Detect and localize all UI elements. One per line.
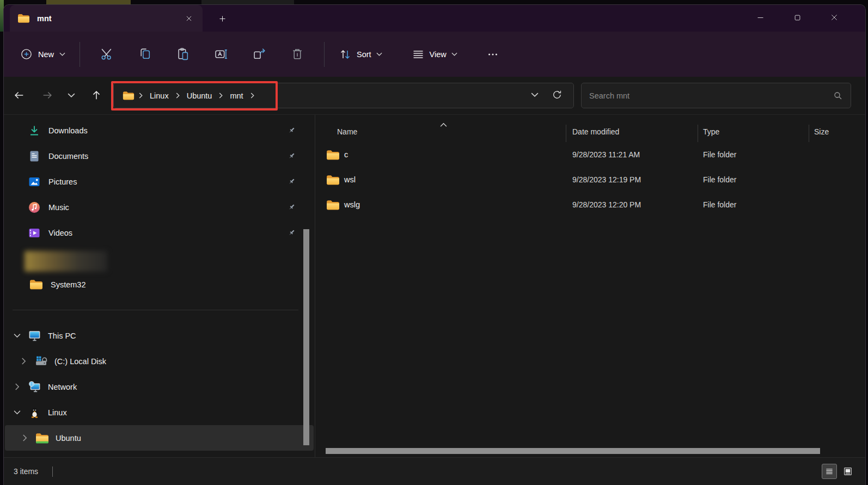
tree-item-this-pc[interactable]: This PC [4, 323, 315, 348]
column-header-date-modified[interactable]: Date modified [572, 127, 619, 136]
file-date-modified: 9/28/2023 11:21 AM [572, 150, 640, 159]
sidebar-item-label: Music [48, 203, 69, 212]
sidebar-item-pictures[interactable]: Pictures [4, 169, 315, 194]
more-options-button[interactable] [480, 42, 505, 66]
sidebar-item-videos[interactable]: Videos [4, 220, 315, 245]
folder-icon [326, 149, 340, 161]
sort-button[interactable]: Sort [332, 43, 389, 66]
pin-icon [287, 126, 296, 135]
chevron-down-icon[interactable] [13, 409, 21, 416]
file-row-wsl[interactable]: wsl 9/28/2023 12:19 PM File folder [316, 168, 859, 193]
chevron-right-icon[interactable] [20, 434, 29, 441]
command-toolbar: New [4, 32, 865, 77]
new-button[interactable]: New [14, 43, 72, 65]
paste-icon [176, 47, 190, 61]
network-icon [28, 380, 41, 394]
vertical-scrollbar[interactable] [303, 229, 309, 445]
sidebar-item-label: Downloads [48, 126, 88, 135]
chevron-right-icon[interactable] [13, 383, 21, 390]
large-icons-view-toggle[interactable] [840, 464, 855, 479]
pin-icon [287, 202, 296, 212]
chevron-down-icon [451, 51, 457, 57]
music-icon [28, 201, 41, 214]
back-button[interactable] [8, 84, 30, 106]
file-row-c[interactable]: c 9/28/2023 11:21 AM File folder [316, 143, 859, 168]
folder-icon [17, 13, 30, 23]
up-button[interactable] [85, 84, 107, 106]
details-view-toggle[interactable] [822, 464, 837, 479]
column-header-name[interactable]: Name [337, 127, 357, 136]
view-button-label: View [430, 50, 447, 59]
maximize-icon [793, 14, 802, 22]
close-icon [830, 13, 839, 22]
new-tab-button[interactable] [214, 10, 230, 27]
copy-button[interactable] [130, 42, 160, 66]
view-button[interactable]: View [405, 43, 464, 66]
sidebar-separator [13, 310, 298, 310]
sidebar-item-redacted[interactable] [25, 251, 107, 272]
folder-icon [326, 199, 340, 211]
column-header-size[interactable]: Size [814, 127, 829, 136]
linux-tux-icon [28, 406, 41, 419]
address-bar[interactable]: Linux Ubuntu mnt [113, 83, 574, 108]
sidebar-item-music[interactable]: Music [4, 194, 315, 220]
column-divider[interactable] [566, 125, 566, 142]
share-button[interactable] [244, 42, 274, 66]
sidebar-item-documents[interactable]: Documents [4, 143, 315, 169]
maximize-button[interactable] [779, 5, 816, 30]
close-icon [185, 15, 193, 22]
breadcrumb-chevron-icon [174, 93, 182, 99]
plus-icon [218, 15, 227, 23]
column-divider[interactable] [809, 125, 809, 142]
search-input[interactable] [589, 91, 833, 100]
refresh-button[interactable] [552, 89, 563, 102]
cut-button[interactable] [92, 42, 121, 66]
file-name: wsl [344, 175, 356, 184]
column-header-type[interactable]: Type [703, 127, 719, 136]
paste-button[interactable] [168, 42, 198, 66]
forward-button[interactable] [36, 84, 58, 106]
breadcrumb-item-ubuntu[interactable]: Ubuntu [182, 89, 217, 102]
back-arrow-icon [13, 89, 25, 101]
file-row-wslg[interactable]: wslg 9/28/2023 12:20 PM File folder [316, 193, 859, 218]
minimize-button[interactable] [742, 5, 779, 30]
breadcrumb-chevron-icon[interactable] [248, 93, 256, 99]
tree-item-network[interactable]: Network [4, 374, 315, 400]
file-date-modified: 9/28/2023 12:20 PM [572, 200, 641, 209]
address-dropdown-button[interactable] [531, 91, 539, 101]
horizontal-scrollbar[interactable] [326, 448, 820, 454]
file-type: File folder [703, 150, 736, 159]
tree-item-c-drive[interactable]: (C:) Local Disk [4, 348, 315, 374]
delete-button[interactable] [283, 42, 312, 66]
explorer-body: Downloads Documents Pictures [4, 115, 865, 457]
breadcrumb-item-mnt[interactable]: mnt [225, 89, 248, 102]
tree-item-ubuntu[interactable]: Ubuntu [5, 425, 314, 451]
pin-icon [287, 177, 296, 186]
tree-item-linux[interactable]: Linux [4, 400, 315, 425]
tree-item-label: Ubuntu [56, 434, 81, 443]
view-icon [412, 48, 425, 61]
chevron-right-icon[interactable] [19, 358, 28, 365]
chevron-down-icon[interactable] [13, 332, 21, 339]
close-window-button[interactable] [816, 5, 853, 30]
delete-icon [291, 47, 304, 61]
rename-button[interactable] [206, 42, 236, 66]
details-view-icon [824, 466, 834, 476]
breadcrumb-chevron-icon [137, 93, 145, 99]
folder-icon [29, 279, 43, 290]
sidebar-item-system32[interactable]: System32 [4, 272, 315, 297]
chevron-down-icon [531, 91, 539, 99]
breadcrumb-item-linux[interactable]: Linux [145, 89, 174, 102]
sidebar-item-downloads[interactable]: Downloads [4, 118, 315, 143]
file-explorer-window: mnt New [3, 4, 866, 485]
recent-locations-button[interactable] [60, 84, 82, 106]
tab-close-button[interactable] [181, 10, 197, 27]
tree-item-label: (C:) Local Disk [54, 357, 106, 366]
chevron-down-icon [376, 51, 382, 57]
this-pc-icon [28, 329, 41, 342]
document-icon [28, 150, 41, 163]
explorer-tab-mnt[interactable]: mnt [10, 5, 203, 32]
column-divider[interactable] [698, 125, 698, 142]
search-box[interactable] [581, 83, 851, 108]
column-headers: Name Date modified Type Size [316, 119, 862, 145]
